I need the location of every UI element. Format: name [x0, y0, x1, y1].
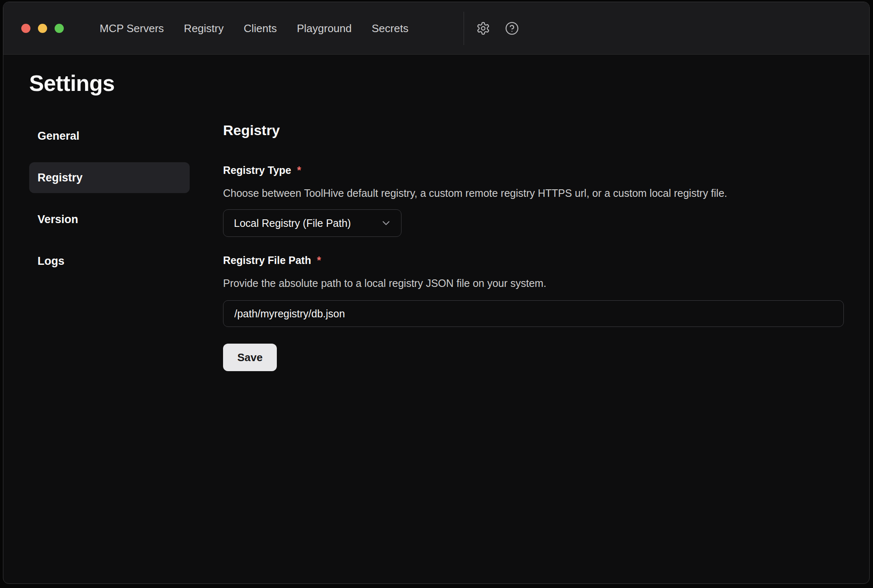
- app-window: MCP Servers Registry Clients Playground …: [3, 2, 870, 584]
- chevron-down-icon: [380, 217, 392, 229]
- window-controls: [21, 24, 64, 33]
- nav-mcp-servers[interactable]: MCP Servers: [100, 22, 164, 35]
- main-nav: MCP Servers Registry Clients Playground …: [100, 2, 409, 55]
- nav-clients[interactable]: Clients: [243, 22, 276, 35]
- sidebar-item-registry[interactable]: Registry: [29, 162, 190, 193]
- required-asterisk: *: [317, 254, 321, 267]
- nav-secrets[interactable]: Secrets: [372, 22, 409, 35]
- page-title: Settings: [29, 70, 115, 96]
- sidebar-item-version[interactable]: Version: [29, 204, 190, 235]
- nav-registry[interactable]: Registry: [184, 22, 223, 35]
- help-icon[interactable]: [505, 21, 519, 35]
- minimize-window-button[interactable]: [38, 24, 47, 33]
- titlebar-divider: [464, 12, 464, 45]
- zoom-window-button[interactable]: [55, 24, 64, 33]
- close-window-button[interactable]: [21, 24, 30, 33]
- titlebar: MCP Servers Registry Clients Playground …: [3, 2, 869, 55]
- registry-type-selected-value: Local Registry (File Path): [234, 217, 351, 229]
- registry-file-path-input[interactable]: [223, 300, 844, 327]
- settings-gear-icon[interactable]: [476, 21, 490, 35]
- settings-sidebar: General Registry Version Logs: [29, 121, 190, 276]
- sidebar-item-logs[interactable]: Logs: [29, 246, 190, 276]
- sidebar-item-general[interactable]: General: [29, 121, 190, 151]
- save-button[interactable]: Save: [223, 344, 277, 371]
- registry-type-label: Registry Type *: [223, 163, 844, 177]
- section-heading: Registry: [223, 122, 844, 138]
- registry-type-select[interactable]: Local Registry (File Path): [223, 209, 401, 237]
- registry-file-path-label: Registry File Path *: [223, 254, 844, 267]
- registry-type-description: Choose between ToolHive default registry…: [223, 187, 844, 199]
- registry-file-path-description: Provide the absolute path to a local reg…: [223, 277, 844, 289]
- required-asterisk: *: [297, 163, 301, 177]
- registry-settings-panel: Registry Registry Type * Choose between …: [223, 122, 844, 371]
- nav-playground[interactable]: Playground: [297, 22, 352, 35]
